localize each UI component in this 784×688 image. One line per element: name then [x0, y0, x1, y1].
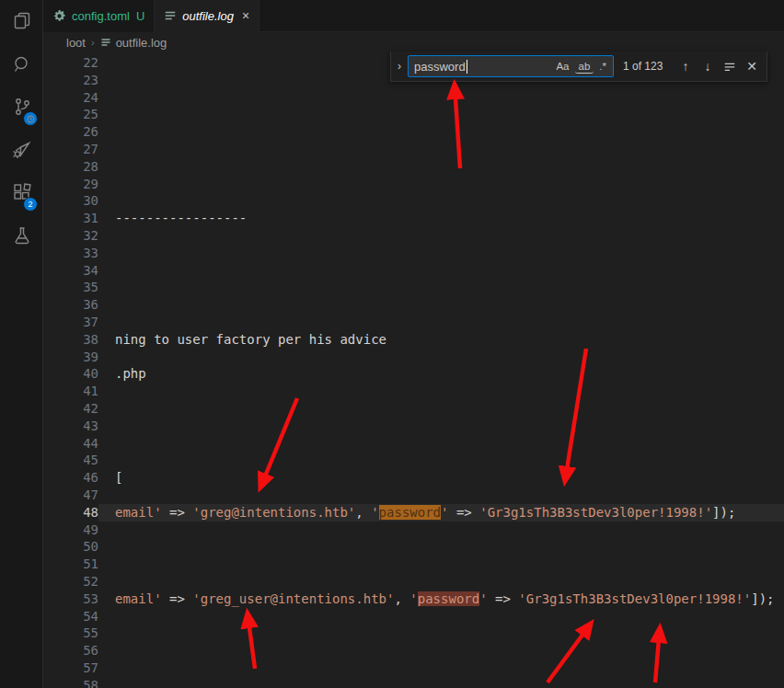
regex-button[interactable]: .* — [595, 59, 610, 74]
breadcrumb-file[interactable]: outfile.log — [100, 36, 167, 50]
line-content — [98, 677, 784, 688]
line-content — [98, 192, 784, 210]
line-content — [98, 262, 784, 280]
code-segment: => — [488, 591, 519, 606]
find-input[interactable]: password Aa ab .* — [408, 55, 614, 77]
code-segment: [ — [115, 470, 122, 485]
line-number: 36 — [43, 296, 98, 314]
line-content — [98, 573, 784, 591]
tab-bar: config.toml U outfile.log × — [43, 0, 784, 32]
editor-line-58[interactable]: 58 — [43, 677, 784, 688]
close-find-button[interactable]: ✕ — [741, 55, 763, 77]
editor-line-37[interactable]: 37 — [43, 314, 784, 331]
code-segment: , — [394, 591, 409, 606]
match-case-button[interactable]: Aa — [552, 59, 572, 74]
line-number: 24 — [43, 89, 98, 107]
breadcrumb-folder[interactable]: loot — [66, 36, 86, 50]
editor-line-45[interactable]: 45 — [43, 452, 784, 469]
close-icon[interactable]: × — [242, 9, 249, 22]
line-content — [98, 418, 784, 435]
line-content — [98, 538, 784, 556]
editor-line-33[interactable]: 33 — [43, 245, 784, 262]
editor-line-50[interactable]: 50 — [43, 538, 784, 556]
editor-line-34[interactable]: 34 — [43, 262, 784, 280]
editor-line-44[interactable]: 44 — [43, 435, 784, 453]
line-number: 29 — [43, 176, 98, 193]
line-content: .php — [98, 365, 784, 383]
line-content — [98, 522, 784, 539]
editor-line-32[interactable]: 32 — [43, 227, 784, 245]
line-content — [98, 279, 784, 296]
editor-line-38[interactable]: 38ning to user factory per his advice — [43, 331, 784, 349]
editor-line-26[interactable]: 26 — [43, 123, 784, 141]
editor-line-43[interactable]: 43 — [43, 418, 784, 435]
activity-explorer[interactable] — [0, 2, 43, 44]
activity-search[interactable] — [0, 45, 43, 87]
editor-line-41[interactable]: 41 — [43, 383, 784, 400]
editor-line-48[interactable]: 48email' => 'greg@intentions.htb', 'pass… — [43, 504, 784, 522]
line-content — [98, 106, 784, 123]
line-number: 42 — [43, 400, 98, 418]
line-number: 38 — [43, 331, 98, 349]
editor-line-49[interactable]: 49 — [43, 522, 784, 539]
editor-line-56[interactable]: 56 — [43, 642, 784, 659]
toggle-replace-icon[interactable]: › — [393, 52, 406, 81]
line-content — [98, 141, 784, 158]
line-number: 47 — [43, 487, 98, 504]
code-segment: email' — [115, 505, 162, 520]
editor-line-42[interactable]: 42 — [43, 400, 784, 418]
line-number: 57 — [43, 659, 98, 677]
line-number: 28 — [43, 158, 98, 176]
line-content: ning to user factory per his advice — [98, 331, 784, 349]
line-number: 54 — [43, 608, 98, 625]
line-content — [98, 383, 784, 400]
line-number: 44 — [43, 435, 98, 453]
editor-line-40[interactable]: 40.php — [43, 365, 784, 383]
line-number: 35 — [43, 279, 98, 296]
line-number: 49 — [43, 522, 98, 539]
tab-config-toml[interactable]: config.toml U — [43, 0, 155, 32]
search-match: password — [418, 591, 479, 606]
find-in-selection-button[interactable] — [719, 55, 741, 77]
activity-run-debug[interactable] — [0, 131, 43, 173]
line-number: 55 — [43, 625, 98, 642]
editor-line-52[interactable]: 52 — [43, 573, 784, 591]
line-number: 26 — [43, 123, 98, 141]
whole-word-button[interactable]: ab — [575, 59, 594, 74]
editor-line-51[interactable]: 51 — [43, 556, 784, 573]
tab-label: outfile.log — [182, 9, 234, 23]
editor-line-54[interactable]: 54 — [43, 608, 784, 625]
editor-line-36[interactable]: 36 — [43, 296, 784, 314]
activity-testing[interactable] — [0, 216, 43, 258]
activity-source-control[interactable] — [0, 87, 43, 130]
activity-bar: 2 — [0, 0, 43, 688]
editor-line-25[interactable]: 25 — [43, 106, 784, 123]
editor-line-30[interactable]: 30 — [43, 192, 784, 210]
editor-line-24[interactable]: 24 — [43, 89, 784, 107]
next-match-button[interactable]: ↓ — [697, 55, 719, 77]
editor-line-35[interactable]: 35 — [43, 279, 784, 296]
editor-line-57[interactable]: 57 — [43, 659, 784, 677]
editor-line-53[interactable]: 53email' => 'greg_user@intentions.htb', … — [43, 591, 784, 608]
line-content — [98, 659, 784, 677]
editor-line-47[interactable]: 47 — [43, 487, 784, 504]
previous-match-button[interactable]: ↑ — [674, 55, 697, 77]
line-content — [98, 608, 784, 625]
editor-line-28[interactable]: 28 — [43, 158, 784, 176]
line-content — [98, 556, 784, 573]
editor-line-46[interactable]: 46[ — [43, 469, 784, 487]
editor-line-27[interactable]: 27 — [43, 141, 784, 158]
editor-line-55[interactable]: 55 — [43, 625, 784, 642]
line-content — [98, 227, 784, 245]
log-file-icon — [100, 37, 111, 48]
activity-extensions[interactable]: 2 — [0, 173, 43, 215]
line-content: [ — [98, 469, 784, 487]
search-icon — [11, 53, 33, 79]
editor-line-31[interactable]: 31----------------- — [43, 210, 784, 227]
code-editor[interactable]: 22232425262728293031-----------------323… — [43, 52, 784, 688]
editor-line-39[interactable]: 39 — [43, 349, 784, 366]
editor-line-29[interactable]: 29 — [43, 176, 784, 193]
line-content — [98, 158, 784, 176]
sync-clock-badge — [23, 111, 38, 126]
tab-outfile-log[interactable]: outfile.log × — [155, 0, 259, 32]
